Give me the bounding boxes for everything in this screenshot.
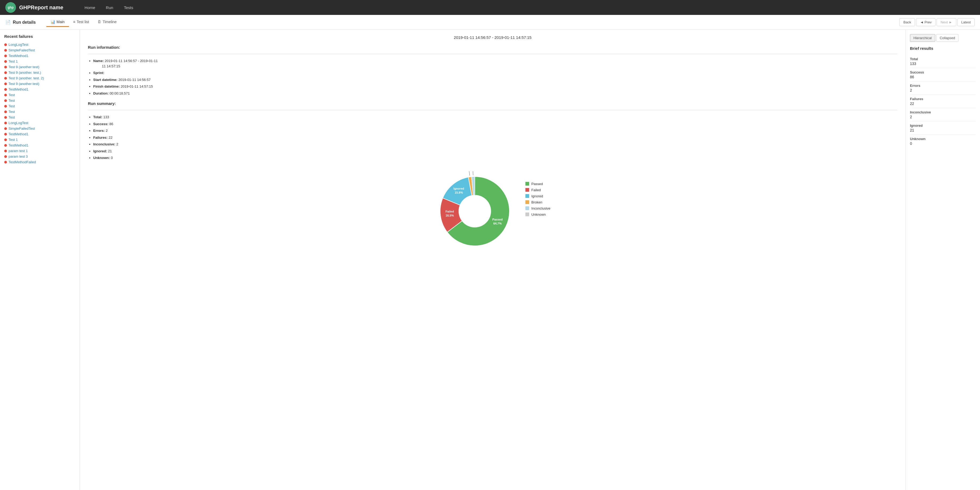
- legend-color: [525, 188, 529, 192]
- sidebar-item[interactable]: Test: [4, 115, 75, 120]
- failure-link[interactable]: TestMethodFailed: [8, 160, 36, 164]
- failure-dot: [4, 133, 7, 135]
- failure-link[interactable]: Test: [8, 110, 15, 114]
- failure-dot: [4, 43, 7, 46]
- sidebar-item[interactable]: Test 9 (another test): [4, 81, 75, 86]
- sidebar-item[interactable]: TestMethod1: [4, 131, 75, 137]
- legend-color: [525, 182, 529, 186]
- failure-link[interactable]: Test 1: [8, 138, 18, 142]
- failure-dot: [4, 105, 7, 108]
- failure-dot: [4, 66, 7, 68]
- result-label: Errors: [910, 84, 976, 88]
- failure-link[interactable]: param test 3: [8, 154, 28, 158]
- failure-link[interactable]: param test 1: [8, 149, 28, 153]
- sidebar-item[interactable]: Test 9 (another. test.): [4, 70, 75, 75]
- app-header: ghp GHPReport name Home Run Tests: [0, 0, 980, 15]
- chart-label-percent: 64.7%: [493, 222, 502, 225]
- result-row: Unknown 0: [910, 135, 976, 148]
- back-button[interactable]: Back: [899, 18, 915, 26]
- failure-link[interactable]: TestMethod1: [8, 88, 28, 91]
- sidebar-item[interactable]: Test: [4, 98, 75, 103]
- legend-label: Broken: [531, 200, 542, 204]
- sidebar-item[interactable]: Test: [4, 109, 75, 115]
- failure-link[interactable]: Test 9 (another test): [8, 65, 40, 69]
- failure-link[interactable]: Test 9 (another test): [8, 82, 40, 86]
- failure-link[interactable]: Test: [8, 115, 15, 119]
- failure-dot: [4, 55, 7, 57]
- sidebar-item[interactable]: Test: [4, 103, 75, 109]
- result-value: 86: [910, 75, 976, 79]
- sidebar-item[interactable]: param test 3: [4, 154, 75, 159]
- nav-home[interactable]: Home: [85, 5, 95, 10]
- failure-link[interactable]: Test: [8, 93, 15, 97]
- failure-link[interactable]: LongLogTest: [8, 121, 28, 125]
- failure-link[interactable]: SimpleFailedTest: [8, 48, 35, 52]
- latest-button[interactable]: Latest: [957, 18, 975, 26]
- failure-link[interactable]: LongLogTest: [8, 43, 28, 46]
- result-row: Total 133: [910, 55, 976, 68]
- sub-header: 📄 Run details 📊 Main ≡ Test list 🗓 Timel…: [0, 15, 980, 30]
- sidebar-item[interactable]: LongLogTest: [4, 120, 75, 126]
- failure-link[interactable]: Test 9 (another. test. 2): [8, 76, 44, 80]
- tab-timeline-label: Timeline: [103, 20, 116, 24]
- sidebar-item[interactable]: Test 9 (another test): [4, 64, 75, 70]
- prev-button[interactable]: ◄ Prev: [916, 18, 935, 26]
- run-summary-item: Inconclusive: 2: [93, 142, 897, 147]
- sidebar-item[interactable]: param test 1: [4, 148, 75, 154]
- brief-results-title: Brief results: [910, 46, 976, 51]
- content-area: 2019-01-11 14:56:57 - 2019-01-11 14:57:1…: [80, 30, 905, 490]
- chart-label-line: [469, 171, 470, 175]
- tab-test-list[interactable]: ≡ Test list: [69, 18, 94, 27]
- legend-label: Unknown: [531, 213, 546, 216]
- failure-link[interactable]: TestMethod1: [8, 143, 28, 147]
- app-title: GHPReport name: [19, 5, 64, 11]
- failure-dot: [4, 72, 7, 74]
- sidebar-item[interactable]: SimpleFailedTest: [4, 126, 75, 131]
- failure-link[interactable]: Test 1: [8, 59, 18, 64]
- failure-link[interactable]: SimpleFailedTest: [8, 126, 35, 130]
- sidebar-item[interactable]: TestMethod1: [4, 86, 75, 92]
- failure-link[interactable]: Test 9 (another. test.): [8, 71, 41, 75]
- sidebar-item[interactable]: SimpleFailedTest: [4, 48, 75, 53]
- failure-link[interactable]: TestMethod1: [8, 132, 28, 136]
- sidebar-item[interactable]: Test 1: [4, 137, 75, 142]
- hierarchical-toggle[interactable]: Hierarchical: [910, 34, 935, 42]
- result-value: 2: [910, 88, 976, 92]
- donut-svg: Passed64.7%Failed16.5%Ignored15.8%Broken…: [435, 171, 515, 251]
- sidebar-item[interactable]: Test 1: [4, 59, 75, 64]
- result-label: Unknown: [910, 137, 976, 141]
- run-summary-list: Total: 133Success: 86Errors: 2Failures: …: [88, 115, 897, 161]
- sidebar: Recent failures LongLogTest SimpleFailed…: [0, 30, 80, 490]
- chart-label-name: Passed: [492, 218, 503, 221]
- failure-link[interactable]: TestMethod1: [8, 54, 28, 58]
- sidebar-item[interactable]: LongLogTest: [4, 42, 75, 48]
- legend-item: Inconclusive: [525, 206, 550, 210]
- page-title-text: Run details: [13, 20, 36, 25]
- tab-test-list-icon: ≡: [73, 20, 75, 24]
- collapsed-toggle[interactable]: Collapsed: [936, 34, 959, 42]
- tab-main-label: Main: [56, 20, 64, 24]
- run-info-item: Duration: 00:00:18.571: [93, 91, 897, 96]
- view-toggle: Hierarchical Collapsed: [910, 34, 976, 42]
- sidebar-item[interactable]: TestMethod1: [4, 53, 75, 59]
- sidebar-item[interactable]: TestMethod1: [4, 142, 75, 148]
- run-summary-item: Total: 133: [93, 115, 897, 120]
- tab-test-list-label: Test list: [77, 20, 89, 24]
- failure-link[interactable]: Test: [8, 99, 15, 103]
- tab-main[interactable]: 📊 Main: [46, 18, 69, 27]
- sidebar-item[interactable]: Test: [4, 92, 75, 98]
- nav-tests[interactable]: Tests: [124, 5, 133, 10]
- legend-color: [525, 206, 529, 210]
- failure-link[interactable]: Test: [8, 104, 15, 108]
- sidebar-item[interactable]: Test 9 (another. test. 2): [4, 75, 75, 81]
- next-button[interactable]: Next ►: [937, 18, 956, 26]
- run-info-title: Run information:: [88, 45, 897, 49]
- nav-run[interactable]: Run: [106, 5, 113, 10]
- sidebar-item[interactable]: TestMethodFailed: [4, 159, 75, 165]
- tab-timeline[interactable]: 🗓 Timeline: [93, 18, 121, 27]
- failure-dot: [4, 155, 7, 158]
- page-title-icon: 📄: [5, 20, 11, 25]
- run-info-item: Start datetime: 2019-01-11 14:56:57: [93, 77, 897, 83]
- result-label: Total: [910, 57, 976, 61]
- failure-dot: [4, 161, 7, 164]
